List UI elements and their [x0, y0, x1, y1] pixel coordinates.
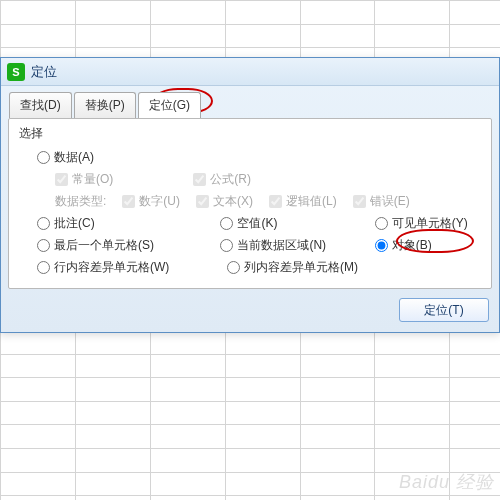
check-logic-label: 逻辑值(L)	[286, 193, 337, 210]
app-icon: S	[7, 63, 25, 81]
dialog-titlebar[interactable]: S 定位	[1, 58, 499, 86]
ok-button[interactable]: 定位(T)	[399, 298, 489, 322]
radio-comment[interactable]	[37, 217, 50, 230]
radio-blank-label[interactable]: 空值(K)	[237, 215, 277, 232]
radio-lastcell-label[interactable]: 最后一个单元格(S)	[54, 237, 154, 254]
tab-find[interactable]: 查找(D)	[9, 92, 72, 118]
check-number	[122, 195, 135, 208]
radio-coldiff[interactable]	[227, 261, 240, 274]
datatype-label: 数据类型:	[55, 193, 106, 210]
radio-region-label[interactable]: 当前数据区域(N)	[237, 237, 326, 254]
radio-comment-label[interactable]: 批注(C)	[54, 215, 95, 232]
radio-rowdiff-label[interactable]: 行内容差异单元格(W)	[54, 259, 169, 276]
check-constant	[55, 173, 68, 186]
dialog-title: 定位	[31, 63, 57, 81]
button-row: 定位(T)	[1, 296, 499, 332]
radio-visible-label[interactable]: 可见单元格(Y)	[392, 215, 468, 232]
check-text-label: 文本(X)	[213, 193, 253, 210]
tab-strip: 查找(D) 替换(P) 定位(G)	[1, 86, 499, 118]
check-number-label: 数字(U)	[139, 193, 180, 210]
watermark: Baidu 经验	[399, 470, 494, 494]
radio-lastcell[interactable]	[37, 239, 50, 252]
check-constant-label: 常量(O)	[72, 171, 113, 188]
radio-visible[interactable]	[375, 217, 388, 230]
tab-replace[interactable]: 替换(P)	[74, 92, 136, 118]
check-text	[196, 195, 209, 208]
check-error-label: 错误(E)	[370, 193, 410, 210]
radio-data-label[interactable]: 数据(A)	[54, 149, 94, 166]
radio-blank[interactable]	[220, 217, 233, 230]
radio-object[interactable]	[375, 239, 388, 252]
goto-dialog: S 定位 查找(D) 替换(P) 定位(G) 选择 数据(A) 常量(O) 公式…	[0, 57, 500, 333]
section-label: 选择	[19, 125, 481, 142]
check-formula	[193, 173, 206, 186]
radio-object-label[interactable]: 对象(B)	[392, 237, 432, 254]
check-formula-label: 公式(R)	[210, 171, 251, 188]
radio-rowdiff[interactable]	[37, 261, 50, 274]
radio-region[interactable]	[220, 239, 233, 252]
tab-goto[interactable]: 定位(G)	[138, 92, 201, 118]
check-error	[353, 195, 366, 208]
goto-panel: 选择 数据(A) 常量(O) 公式(R) 数据类型: 数字(U)	[8, 118, 492, 289]
radio-data[interactable]	[37, 151, 50, 164]
radio-coldiff-label[interactable]: 列内容差异单元格(M)	[244, 259, 358, 276]
check-logic	[269, 195, 282, 208]
